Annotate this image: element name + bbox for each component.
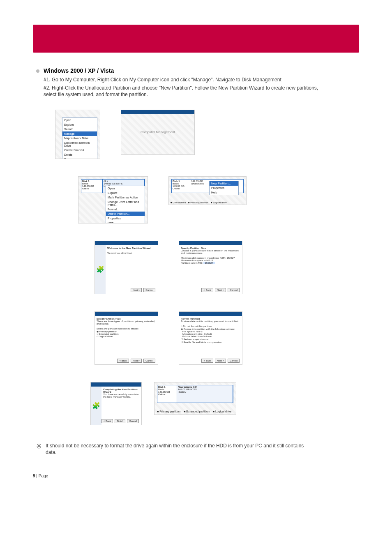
screenshot-row-2: Disk 1 Basic 149.05 GB Online (E:) 149.0…	[78, 176, 359, 223]
page-number: 9	[33, 474, 35, 478]
menu-item: Disconnect Network Drive	[62, 140, 97, 148]
menu-item: Create Shortcut	[62, 148, 97, 152]
screenshot-row-4: Select Partition Type There are three ty…	[95, 311, 359, 365]
instruction-step-1: #1. Go to My Computer, Right-Click on My…	[44, 76, 331, 83]
footnote-text: It should not be necessary to format the…	[46, 442, 309, 456]
screenshot-wizard-welcome: 🧩 Welcome to the New Partition Wizard To…	[95, 241, 158, 294]
screenshot-mycomputer-contextmenu: Open Explore Search... Manage Map Networ…	[55, 110, 100, 159]
screenshot-disk-new-partition: Disk 1 Basic 149.05 GB Online 149.05 GB …	[168, 176, 247, 205]
page-footer: 9 | Page	[33, 474, 359, 478]
menu-item: Open	[62, 118, 97, 122]
footer-separator	[33, 471, 359, 474]
screenshot-row-3: 🧩 Welcome to the New Partition Wizard To…	[95, 241, 359, 294]
menu-item: Delete	[62, 152, 97, 157]
screenshot-wizard-complete: 🧩 Completing the New Partition Wizard Yo…	[90, 382, 142, 425]
context-menu: Open Explore Search... Manage Map Networ…	[62, 117, 97, 159]
menu-item: Search...	[62, 127, 97, 131]
menu-item: Rename	[62, 157, 97, 159]
legend-row: ■ Primary partition ■ Extended partition…	[157, 410, 231, 413]
footnote: ※ It should not be necessary to format t…	[36, 442, 359, 456]
menu-item: Explore	[62, 122, 97, 127]
screenshot-row-5: 🧩 Completing the New Partition Wizard Yo…	[90, 382, 359, 425]
disk-strip-result: Disk 1 Basic 149.05 GB Online New Volume…	[157, 385, 233, 403]
wizard-icon: 🧩	[91, 387, 101, 425]
screenshot-wizard-format: Format Partition To store data on this p…	[179, 311, 242, 365]
disk-context-menu: Open Explore Mark Partition as Active Ch…	[106, 186, 145, 223]
placeholder-label: Computer Management	[121, 110, 194, 154]
disk-context-menu-b: New Partition... Properties Help	[209, 181, 239, 195]
footer-label: Page	[39, 474, 48, 478]
menu-item-highlighted: Manage	[62, 131, 97, 136]
os-heading: Windows 2000 / XP / Vista	[44, 67, 331, 74]
instruction-block: Windows 2000 / XP / Vista #1. Go to My C…	[36, 67, 359, 98]
section-header	[33, 25, 359, 53]
wizard-icon: 🧩	[95, 245, 106, 294]
screenshot-disk-delete-partition: Disk 1 Basic 149.05 GB Online (E:) 149.0…	[78, 176, 148, 223]
window-titlebar	[121, 110, 194, 114]
bullet-icon	[36, 69, 39, 73]
screenshot-wizard-size: Specify Partition Size Choose a partitio…	[179, 241, 242, 294]
screenshot-row-1: Open Explore Search... Manage Map Networ…	[55, 110, 359, 159]
footnote-mark: ※	[36, 442, 42, 456]
footer-sep: |	[36, 474, 37, 478]
instruction-step-2: #2. Right-Click the Unallocated Partitio…	[44, 85, 331, 98]
screenshot-wizard-type: Select Partition Type There are three ty…	[95, 311, 158, 365]
menu-item: Map Network Drive...	[62, 136, 97, 140]
screenshot-disk-result: Disk 1 Basic 149.05 GB Online New Volume…	[154, 382, 236, 415]
screenshot-computer-management: Computer Management	[121, 110, 195, 155]
legend-row: ■ Unallocated ■ Primary partition ■ Logi…	[171, 201, 227, 204]
